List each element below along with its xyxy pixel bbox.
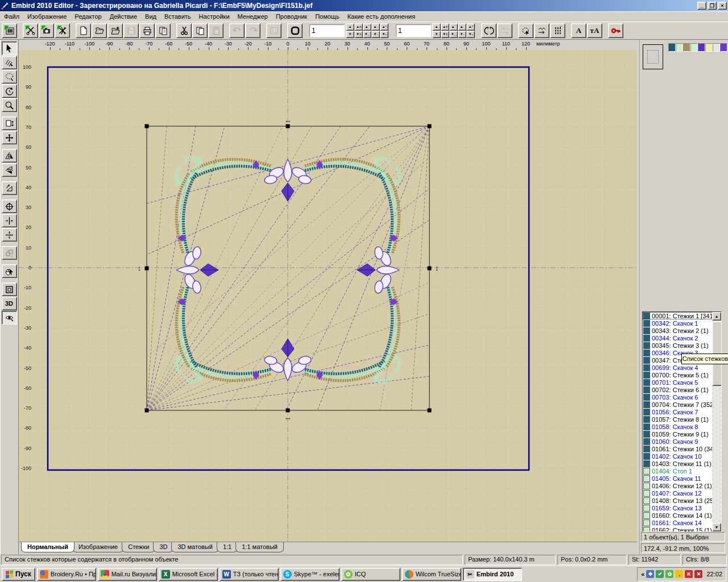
align-vertical-button[interactable] <box>2 228 17 242</box>
network-error-tray-icon[interactable]: ✕ <box>694 570 702 578</box>
stitch-list-item[interactable]: 01405: Скачок 11 <box>643 475 721 482</box>
spin-down-1-cluster1[interactable]: ▼ <box>346 31 354 38</box>
stitch-bars-button[interactable] <box>550 23 565 38</box>
image-camera-button[interactable] <box>39 23 54 38</box>
stitch-list-item[interactable]: 01408: Стежки 13 (251) <box>643 497 721 504</box>
selection-handle[interactable] <box>428 267 432 271</box>
font-a-button[interactable]: A <box>571 23 586 38</box>
selection-handle[interactable] <box>428 409 432 413</box>
spin-up-5-cluster2[interactable]: ▲ˣ <box>466 23 475 31</box>
stitch-list-item[interactable]: 00343: Стежки 2 (1) <box>643 327 721 334</box>
selection-handle[interactable] <box>428 124 432 128</box>
menu-6[interactable]: Вставить <box>160 12 195 21</box>
stitch-list-item[interactable]: 00345: Стежки 3 (1) <box>643 342 721 349</box>
spin-up-1-cluster1[interactable]: ▲ <box>346 23 354 31</box>
hoop-button[interactable] <box>287 23 303 38</box>
stitch-select-button[interactable] <box>2 56 17 69</box>
taskbar-app-excel[interactable]: XMicrosoft Excel - ... <box>159 568 218 581</box>
stitch-list-item[interactable]: 00342: Скачок 1 <box>643 319 721 327</box>
selection-handle[interactable] <box>145 124 149 128</box>
cut-button[interactable] <box>176 23 192 38</box>
network-tray-icon[interactable]: ❖ <box>646 570 654 578</box>
spin-up-5-cluster1[interactable]: ▲ˣ <box>380 23 388 31</box>
view-tab-1-1[interactable]: 1:1 <box>217 542 238 552</box>
thread-color-6[interactable] <box>705 43 713 52</box>
registration-key-button[interactable] <box>608 23 623 38</box>
stitch-list-item[interactable]: 00704: Стежки 7 (352) <box>643 401 721 408</box>
spin-down-3-cluster1[interactable]: ▼_ <box>363 31 371 38</box>
select-arrow-button[interactable] <box>2 41 17 55</box>
taskbar-app-chrome[interactable]: ●Mail.ru Визуализ... <box>98 568 157 581</box>
move-tool-button[interactable] <box>2 131 17 144</box>
spin-down-5-cluster1[interactable]: ▼ₓ <box>380 31 388 38</box>
copy-button[interactable] <box>192 23 208 38</box>
threed-mode-button[interactable]: 3D <box>2 297 17 310</box>
redo-button[interactable] <box>245 23 260 38</box>
thread-color-5[interactable] <box>698 43 705 52</box>
stitch-list-item[interactable]: 00700: Стежки 5 (1) <box>643 371 721 379</box>
view-tab-1-1-матовый[interactable]: 1:1 матовый <box>235 542 284 552</box>
thread-color-4[interactable] <box>690 43 698 52</box>
stitch-number-field-1[interactable] <box>309 24 345 37</box>
touch-edit-button[interactable] <box>518 23 533 38</box>
maximize-button[interactable]: ❐ <box>708 2 717 10</box>
stitch-list-scrollbar[interactable]: ▲ ▼ <box>712 312 721 531</box>
stitch-list-item[interactable]: 00703: Скачок 6 <box>643 393 721 401</box>
new-file-button[interactable] <box>76 23 91 38</box>
font-ta-button[interactable]: тA <box>587 23 602 38</box>
thread-color-1[interactable] <box>668 43 676 52</box>
taskbar-app-firefox[interactable]: Broidery.Ru • Пр... <box>37 568 96 581</box>
stitch-list-item[interactable]: 01402: Скачок 10 <box>643 452 721 460</box>
menu-8[interactable]: Менеджер <box>234 12 272 21</box>
stitch-list-item[interactable]: 01661: Скачок 14 <box>643 519 721 526</box>
spin-up-2-cluster1[interactable]: ▲± <box>354 23 363 31</box>
lasso-button[interactable] <box>2 70 17 84</box>
order-button[interactable] <box>2 246 17 260</box>
taskbar-app-truesizer[interactable]: Wilcom TrueSizer ... <box>402 568 461 581</box>
menu-9[interactable]: Проводник <box>272 12 311 21</box>
selection-handle[interactable] <box>145 409 149 413</box>
resize-tool-button[interactable] <box>2 117 17 130</box>
spin-up-4-cluster2[interactable]: ▲· <box>458 23 466 31</box>
expand-button[interactable] <box>497 23 512 38</box>
minimize-button[interactable]: _ <box>697 2 706 10</box>
selection-handle[interactable] <box>145 267 149 271</box>
open-file-button[interactable] <box>92 23 107 38</box>
mirror-vertical-button[interactable] <box>2 163 17 177</box>
rotate-tool-button[interactable] <box>2 84 17 98</box>
design-canvas[interactable]: .sw-mint{stroke:#b0e8c6;stroke-width:9;f… <box>19 50 637 542</box>
view-tab-3d-матовый[interactable]: 3D матовый <box>171 542 218 552</box>
outline-mode-button[interactable] <box>2 282 17 296</box>
design-preview-thumbnail[interactable] <box>643 44 663 69</box>
menu-10[interactable]: Помощь <box>311 12 344 21</box>
align-horizontal-button[interactable] <box>2 214 17 227</box>
merge-file-button[interactable] <box>107 23 123 38</box>
stitch-list-item[interactable]: 00001: Стежки 1 [341] <box>643 312 721 319</box>
update-tray-icon[interactable]: ✔ <box>656 570 664 578</box>
spin-down-5-cluster2[interactable]: ▼ₓ <box>466 31 475 38</box>
copy-page-button[interactable] <box>155 23 171 38</box>
close-button[interactable]: × <box>718 2 727 10</box>
zoom-tool-button[interactable] <box>2 98 17 112</box>
taskbar-app-icq[interactable]: ✿ICQ <box>341 568 400 581</box>
editor-scissors-button[interactable] <box>23 23 38 38</box>
icq-tray-icon[interactable]: ✿ <box>665 570 673 578</box>
stitch-list-item[interactable]: 01058: Скачок 8 <box>643 423 721 430</box>
stitch-list-item[interactable]: 00702: Стежки 6 (1) <box>643 386 721 393</box>
view-tab-3d[interactable]: 3D <box>153 542 173 552</box>
view-tab-стежки[interactable]: Стежки <box>122 542 155 552</box>
qip-tray-icon[interactable]: , <box>675 570 683 578</box>
start-button[interactable]: Пуск <box>2 568 35 581</box>
density-button[interactable] <box>534 23 549 38</box>
menu-7[interactable]: Настройки <box>195 12 234 21</box>
kaspersky-tray-icon[interactable]: K <box>685 570 693 578</box>
spin-down-3-cluster2[interactable]: ▼_ <box>449 31 458 38</box>
stitch-list-item[interactable]: 01404: Стоп 1 <box>643 467 721 475</box>
menu-2[interactable]: Изображение <box>23 12 71 21</box>
paste-button[interactable] <box>208 23 224 38</box>
thread-color-7[interactable] <box>713 43 720 52</box>
scroll-down-button[interactable]: ▼ <box>712 523 721 531</box>
thread-color-8[interactable] <box>720 43 727 52</box>
stitch-list-item[interactable]: 01660: Стежки 14 (1) <box>643 512 721 519</box>
spin-up-1-cluster2[interactable]: ▲ <box>432 23 441 31</box>
